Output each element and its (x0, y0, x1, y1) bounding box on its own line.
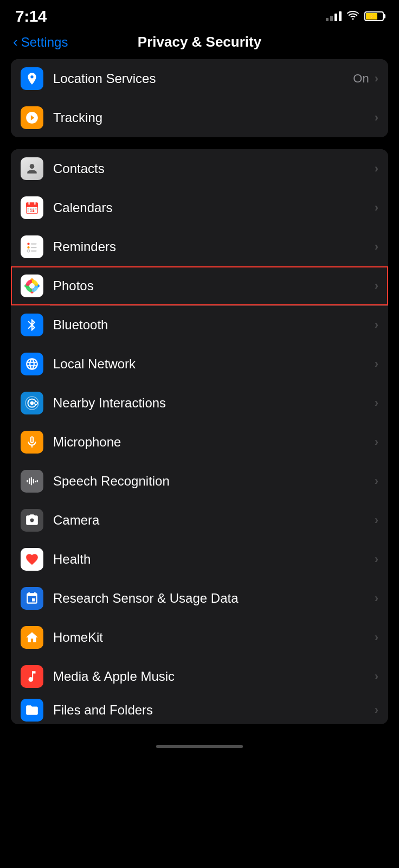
homekit-label: HomeKit (53, 630, 375, 645)
settings-item-files[interactable]: Files and Folders › (11, 696, 388, 724)
files-label: Files and Folders (53, 703, 375, 718)
local-network-label: Local Network (53, 356, 375, 372)
contacts-chevron-icon: › (375, 162, 378, 176)
location-services-label: Location Services (53, 71, 353, 86)
svg-rect-35 (27, 480, 28, 482)
photos-icon (21, 275, 43, 297)
svg-rect-37 (31, 477, 32, 485)
media-music-icon (21, 665, 43, 688)
svg-rect-9 (30, 208, 31, 209)
health-icon (21, 548, 43, 571)
settings-item-speech-recognition[interactable]: Speech Recognition › (11, 462, 388, 501)
nearby-interactions-label: Nearby Interactions (53, 395, 375, 411)
location-services-icon (21, 67, 43, 90)
svg-rect-39 (35, 481, 36, 482)
microphone-label: Microphone (53, 435, 375, 450)
settings-item-calendars[interactable]: ▦ 31 Calendars › (11, 188, 388, 227)
svg-point-34 (35, 401, 37, 404)
svg-rect-8 (27, 208, 29, 209)
page-title: Privacy & Security (138, 34, 261, 50)
settings-item-homekit[interactable]: HomeKit › (11, 618, 388, 657)
battery-icon: ⚡ (364, 11, 384, 21)
camera-icon (21, 509, 43, 532)
tracking-chevron-icon: › (375, 111, 378, 125)
settings-item-health[interactable]: Health › (11, 540, 388, 579)
svg-rect-11 (35, 208, 37, 209)
reminders-label: Reminders (53, 239, 375, 254)
settings-item-tracking[interactable]: Tracking › (11, 98, 388, 137)
svg-rect-21 (31, 251, 37, 252)
svg-rect-12 (27, 210, 29, 212)
calendars-icon: ▦ 31 (21, 196, 43, 219)
settings-item-microphone[interactable]: Microphone › (11, 423, 388, 462)
home-indicator-area (0, 736, 399, 754)
microphone-icon (21, 431, 43, 454)
settings-group-permissions: Contacts › ▦ 31 (11, 149, 388, 724)
settings-item-research-sensor[interactable]: Research Sensor & Usage Data › (11, 579, 388, 618)
settings-item-contacts[interactable]: Contacts › (11, 149, 388, 188)
back-label: Settings (21, 35, 68, 50)
wifi-icon (347, 10, 359, 23)
research-sensor-chevron-icon: › (375, 591, 378, 605)
local-network-chevron-icon: › (375, 357, 378, 371)
settings-item-camera[interactable]: Camera › (11, 501, 388, 540)
settings-group-location: Location Services On › Tracking › (11, 59, 388, 137)
settings-item-local-network[interactable]: Local Network › (11, 344, 388, 384)
speech-recognition-icon (21, 470, 43, 493)
svg-rect-40 (37, 480, 38, 482)
settings-item-reminders[interactable]: Reminders › (11, 227, 388, 266)
status-time: 7:14 (15, 7, 47, 25)
reminders-chevron-icon: › (375, 240, 378, 254)
status-bar: 7:14 ⚡ (0, 0, 399, 29)
back-chevron-icon: ‹ (13, 34, 18, 50)
svg-rect-14 (33, 210, 34, 212)
photos-chevron-icon: › (375, 279, 378, 293)
svg-rect-13 (30, 210, 31, 212)
settings-item-nearby-interactions[interactable]: Nearby Interactions › (11, 384, 388, 423)
home-indicator (156, 745, 243, 748)
microphone-chevron-icon: › (375, 435, 378, 449)
location-services-value: On (353, 72, 369, 86)
files-chevron-icon: › (375, 703, 378, 717)
svg-rect-2 (26, 206, 38, 207)
settings-content: Location Services On › Tracking › Contac… (0, 59, 399, 724)
settings-item-media-music[interactable]: Media & Apple Music › (11, 657, 388, 696)
research-sensor-label: Research Sensor & Usage Data (53, 591, 375, 606)
calendars-label: Calendars (53, 200, 375, 215)
nearby-interactions-chevron-icon: › (375, 396, 378, 410)
calendars-chevron-icon: › (375, 201, 378, 215)
camera-chevron-icon: › (375, 513, 378, 527)
tracking-icon (21, 106, 43, 129)
homekit-chevron-icon: › (375, 630, 378, 644)
svg-rect-19 (31, 247, 37, 248)
svg-rect-38 (33, 479, 34, 484)
nav-header: ‹ Settings Privacy & Security (0, 29, 399, 59)
svg-point-31 (30, 401, 34, 405)
media-music-chevron-icon: › (375, 669, 378, 684)
back-button[interactable]: ‹ Settings (13, 34, 68, 50)
bluetooth-label: Bluetooth (53, 317, 375, 333)
svg-point-16 (27, 242, 29, 245)
tracking-label: Tracking (53, 110, 375, 125)
research-sensor-icon (21, 587, 43, 610)
settings-item-location-services[interactable]: Location Services On › (11, 59, 388, 98)
svg-point-30 (29, 283, 35, 289)
bluetooth-chevron-icon: › (375, 318, 378, 332)
settings-item-photos[interactable]: Photos › (11, 266, 388, 305)
reminders-icon (21, 235, 43, 258)
camera-label: Camera (53, 513, 375, 528)
location-services-chevron-icon: › (375, 72, 378, 86)
local-network-icon (21, 353, 43, 375)
health-chevron-icon: › (375, 552, 378, 566)
settings-item-bluetooth[interactable]: Bluetooth › (11, 305, 388, 344)
bluetooth-icon (21, 314, 43, 336)
speech-recognition-chevron-icon: › (375, 474, 378, 488)
svg-rect-10 (33, 208, 34, 209)
homekit-icon (21, 626, 43, 649)
photos-label: Photos (53, 278, 375, 293)
svg-rect-36 (29, 478, 30, 484)
contacts-label: Contacts (53, 161, 375, 176)
svg-point-18 (27, 246, 29, 248)
status-icons: ⚡ (326, 10, 384, 23)
signal-bars-icon (326, 11, 342, 21)
